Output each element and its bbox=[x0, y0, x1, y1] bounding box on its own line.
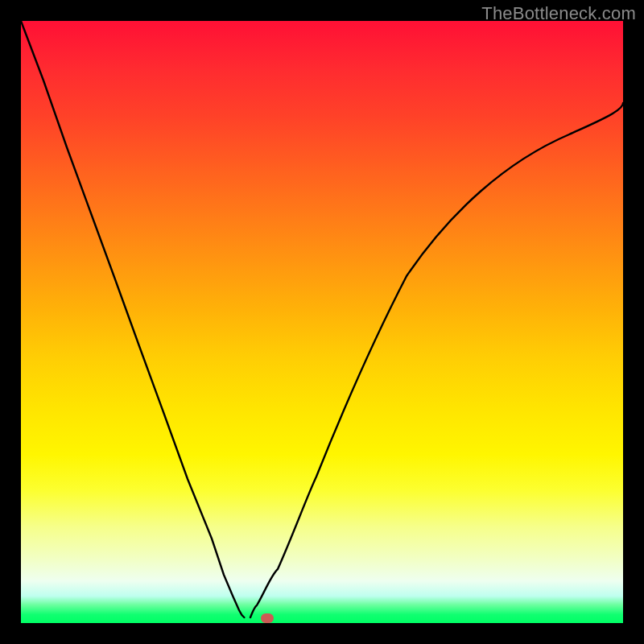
bottleneck-marker bbox=[261, 613, 274, 623]
chart-curves bbox=[0, 0, 644, 644]
curve-right-branch bbox=[250, 103, 623, 617]
curve-left-branch bbox=[21, 21, 244, 617]
